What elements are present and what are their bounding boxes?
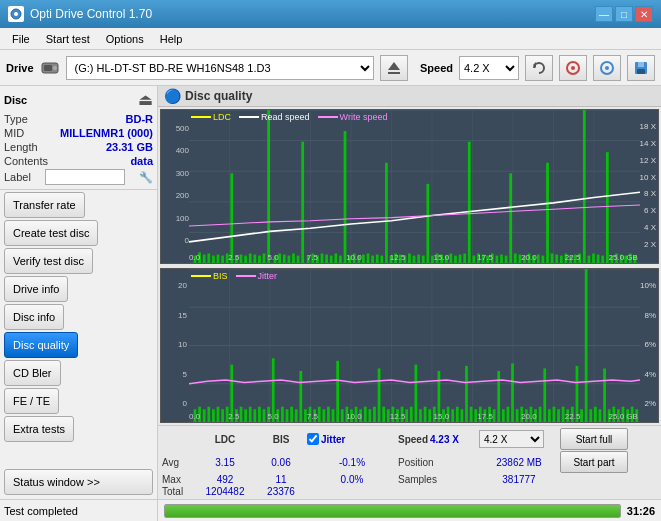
svg-rect-6 bbox=[388, 72, 400, 74]
total-bis: 23376 bbox=[256, 486, 306, 497]
chart2-svg bbox=[189, 269, 640, 422]
refresh-button[interactable] bbox=[525, 55, 553, 81]
sidebar-buttons: Transfer rate Create test disc Verify te… bbox=[0, 190, 157, 444]
disc-button[interactable] bbox=[559, 55, 587, 81]
svg-rect-99 bbox=[509, 173, 512, 263]
progress-bar bbox=[164, 504, 621, 518]
avg-label: Avg bbox=[162, 457, 194, 468]
chart-header-icon: 🔵 bbox=[164, 88, 181, 104]
svg-rect-14 bbox=[637, 69, 645, 74]
svg-rect-90 bbox=[468, 142, 471, 263]
max-ldc: 492 bbox=[195, 474, 255, 485]
sidebar-btn-drive-info[interactable]: Drive info bbox=[4, 276, 68, 302]
status-bar: Test completed 31:26 bbox=[0, 499, 661, 521]
label-icon[interactable]: 🔧 bbox=[139, 171, 153, 184]
sidebar-btn-verify-test-disc[interactable]: Verify test disc bbox=[4, 248, 93, 274]
speed-select[interactable]: 4.2 X bbox=[459, 56, 519, 80]
stats-ldc-header: LDC bbox=[195, 434, 255, 445]
drive-select[interactable]: (G:) HL-DT-ST BD-RE WH16NS48 1.D3 bbox=[66, 56, 374, 80]
mid-value: MILLENMR1 (000) bbox=[60, 127, 153, 139]
chart1-y-right: 18 X14 X12 X10 X8 X6 X4 X2 X bbox=[640, 122, 656, 249]
position-val: 23862 MB bbox=[479, 457, 559, 468]
speed-stat-select[interactable]: 4.2 X bbox=[479, 430, 544, 448]
charts-container: LDC Read speed Write speed 5004003002001… bbox=[158, 107, 661, 425]
svg-marker-5 bbox=[388, 62, 400, 70]
chart1-svg bbox=[189, 110, 640, 263]
chart2-y-right: 10%8%6%4%2% bbox=[640, 281, 656, 408]
status-progress: 31:26 bbox=[158, 504, 661, 518]
save-button[interactable] bbox=[627, 55, 655, 81]
stats-bis-header: BIS bbox=[256, 434, 306, 445]
window-title: Opti Drive Control 1.70 bbox=[30, 7, 152, 21]
options-button[interactable] bbox=[593, 55, 621, 81]
total-ldc: 1204482 bbox=[195, 486, 255, 497]
svg-rect-107 bbox=[546, 163, 549, 263]
disc-section: Disc ⏏ Type BD-R MID MILLENMR1 (000) Len… bbox=[0, 86, 157, 190]
start-part-button[interactable]: Start part bbox=[560, 451, 628, 473]
app-icon bbox=[8, 6, 24, 22]
minimize-button[interactable]: — bbox=[595, 6, 613, 22]
sidebar-btn-disc-quality[interactable]: Disc quality bbox=[4, 332, 78, 358]
status-window-button[interactable]: Status window >> bbox=[4, 469, 153, 495]
sidebar: Disc ⏏ Type BD-R MID MILLENMR1 (000) Len… bbox=[0, 86, 158, 499]
total-label: Total bbox=[162, 486, 194, 497]
contents-label: Contents bbox=[4, 155, 48, 167]
avg-ldc: 3.15 bbox=[195, 457, 255, 468]
label-label: Label bbox=[4, 171, 31, 183]
type-label: Type bbox=[4, 113, 28, 125]
contents-value: data bbox=[130, 155, 153, 167]
disc-title: Disc bbox=[4, 94, 27, 106]
chart2-y-left: 20151050 bbox=[163, 281, 187, 408]
svg-rect-120 bbox=[606, 152, 609, 263]
menu-help[interactable]: Help bbox=[152, 31, 191, 47]
svg-rect-115 bbox=[583, 110, 586, 263]
title-bar: Opti Drive Control 1.70 — □ ✕ bbox=[0, 0, 661, 28]
start-full-button[interactable]: Start full bbox=[560, 428, 628, 450]
svg-rect-39 bbox=[230, 173, 233, 263]
svg-rect-13 bbox=[638, 62, 644, 67]
type-value: BD-R bbox=[126, 113, 154, 125]
eject-button[interactable] bbox=[380, 55, 408, 81]
chart1-y-left: 5004003002001000 bbox=[163, 124, 189, 245]
sidebar-btn-cd-bler[interactable]: CD Bler bbox=[4, 360, 61, 386]
max-bis: 11 bbox=[256, 474, 306, 485]
chart-bis: BIS Jitter 20151050 bbox=[160, 268, 659, 423]
length-value: 23.31 GB bbox=[106, 141, 153, 153]
close-button[interactable]: ✕ bbox=[635, 6, 653, 22]
jitter-checkbox[interactable] bbox=[307, 433, 319, 445]
chart1-x-axis: 0.02.55.07.510.012.515.017.520.022.525.0… bbox=[189, 253, 638, 262]
menu-file[interactable]: File bbox=[4, 31, 38, 47]
sidebar-btn-extra-tests[interactable]: Extra tests bbox=[4, 416, 74, 442]
menu-start-test[interactable]: Start test bbox=[38, 31, 98, 47]
label-input[interactable] bbox=[45, 169, 125, 185]
chart-ldc-legend: LDC Read speed Write speed bbox=[191, 112, 387, 122]
length-label: Length bbox=[4, 141, 38, 153]
samples-label: Samples bbox=[398, 474, 478, 485]
svg-rect-81 bbox=[426, 184, 429, 263]
sidebar-btn-fe-te[interactable]: FE / TE bbox=[4, 388, 59, 414]
svg-point-1 bbox=[14, 12, 18, 16]
chart-area: 🔵 Disc quality LDC Read speed Write spee… bbox=[158, 86, 661, 499]
chart-ldc: LDC Read speed Write speed 5004003002001… bbox=[160, 109, 659, 264]
menu-options[interactable]: Options bbox=[98, 31, 152, 47]
svg-point-4 bbox=[53, 66, 57, 70]
stats-section: LDC BIS Jitter Speed 4.23 X 4.2 X Start … bbox=[158, 425, 661, 499]
speed-stat-label: Speed bbox=[398, 434, 428, 445]
svg-rect-227 bbox=[585, 269, 588, 422]
speed-stat-val: 4.23 X bbox=[430, 434, 459, 445]
drive-icon bbox=[40, 58, 60, 78]
svg-point-11 bbox=[605, 66, 609, 70]
disc-eject-icon[interactable]: ⏏ bbox=[138, 90, 153, 109]
maximize-button[interactable]: □ bbox=[615, 6, 633, 22]
sidebar-btn-disc-info[interactable]: Disc info bbox=[4, 304, 64, 330]
chart-bis-legend: BIS Jitter bbox=[191, 271, 277, 281]
toolbar: Drive (G:) HL-DT-ST BD-RE WH16NS48 1.D3 … bbox=[0, 50, 661, 86]
speed-label: Speed bbox=[420, 62, 453, 74]
svg-rect-47 bbox=[267, 110, 270, 263]
max-jitter: 0.0% bbox=[307, 474, 397, 485]
status-time: 31:26 bbox=[627, 505, 655, 517]
main-content: Disc ⏏ Type BD-R MID MILLENMR1 (000) Len… bbox=[0, 86, 661, 499]
max-label: Max bbox=[162, 474, 194, 485]
sidebar-btn-transfer-rate[interactable]: Transfer rate bbox=[4, 192, 85, 218]
sidebar-btn-create-test-disc[interactable]: Create test disc bbox=[4, 220, 98, 246]
